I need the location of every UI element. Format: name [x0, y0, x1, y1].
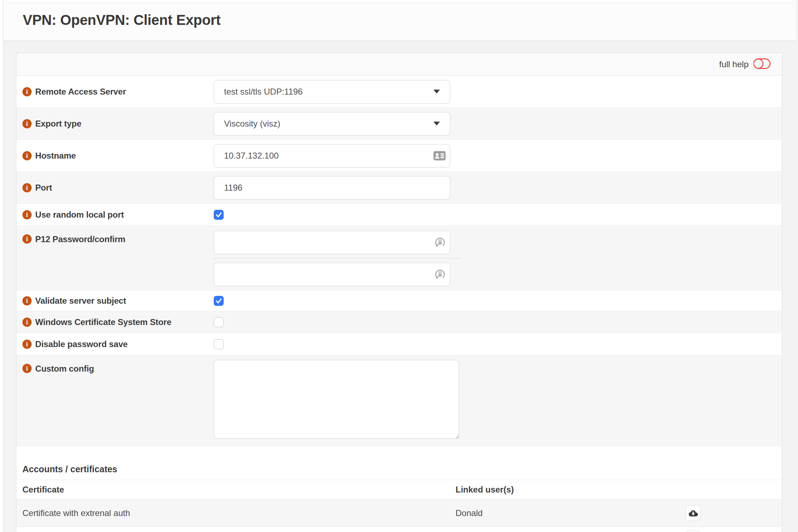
- remote-access-server-select[interactable]: test ssl/tls UDP:1196: [214, 80, 450, 103]
- row-hostname: i Hostname: [16, 140, 782, 172]
- label-p12-password: i P12 Password/confirm: [16, 226, 214, 290]
- info-icon[interactable]: i: [22, 183, 32, 192]
- chevron-down-icon: [433, 122, 440, 126]
- label-use-random-local-port: i Use random local port: [16, 204, 214, 225]
- label-hostname: i Hostname: [16, 140, 214, 171]
- page-header: VPN: OpenVPN: Client Export: [4, 0, 797, 41]
- generate-password-lock-icon[interactable]: [435, 237, 446, 248]
- chevron-down-icon: [433, 90, 440, 94]
- row-validate-server-subject: i Validate server subject: [16, 291, 782, 311]
- full-help-toggle-icon[interactable]: [754, 58, 771, 70]
- info-icon[interactable]: i: [22, 364, 32, 373]
- info-icon[interactable]: i: [22, 340, 32, 349]
- row-p12-password: i P12 Password/confirm: [16, 226, 782, 291]
- certificate-name: Certificate with extrenal auth: [16, 508, 456, 518]
- download-certificate-button[interactable]: [686, 531, 701, 532]
- address-card-icon: [433, 151, 446, 160]
- download-certificate-button[interactable]: [686, 505, 701, 521]
- custom-config-textarea[interactable]: [214, 360, 459, 439]
- label-remote-access-server: i Remote Access Server: [16, 76, 214, 107]
- hostname-input[interactable]: [214, 144, 450, 167]
- generate-password-lock-icon[interactable]: [435, 269, 446, 280]
- label-validate-server-subject: i Validate server subject: [16, 291, 214, 311]
- table-row: Certificate with extrenal auth Donald: [16, 500, 782, 527]
- row-disable-password-save: i Disable password save: [16, 333, 782, 355]
- export-type-select[interactable]: Viscosity (visz): [214, 112, 450, 135]
- collapsed-sidebar: [0, 0, 3, 532]
- info-icon[interactable]: i: [22, 151, 32, 160]
- row-port: i Port: [16, 172, 782, 204]
- windows-cert-store-checkbox[interactable]: [214, 317, 224, 327]
- info-icon[interactable]: i: [22, 87, 32, 96]
- full-help-label[interactable]: full help: [719, 59, 749, 69]
- validate-server-subject-checkbox[interactable]: [214, 296, 224, 306]
- panel-heading: full help: [16, 53, 782, 76]
- port-input[interactable]: [214, 176, 450, 200]
- accounts-certificates-heading: Accounts / certificates: [16, 446, 782, 480]
- label-custom-config: i Custom config: [16, 355, 214, 446]
- label-export-type: i Export type: [16, 108, 214, 139]
- row-windows-cert-store: i Windows Certificate System Store: [16, 311, 782, 333]
- info-icon[interactable]: i: [22, 296, 32, 305]
- label-disable-password-save: i Disable password save: [16, 333, 214, 355]
- row-remote-access-server: i Remote Access Server test ssl/tls UDP:…: [16, 76, 782, 108]
- label-windows-cert-store: i Windows Certificate System Store: [16, 311, 214, 333]
- page-title: VPN: OpenVPN: Client Export: [23, 11, 220, 28]
- info-icon[interactable]: i: [22, 210, 32, 219]
- disable-password-save-checkbox[interactable]: [214, 339, 224, 349]
- info-icon[interactable]: i: [22, 318, 32, 327]
- info-icon[interactable]: i: [22, 119, 32, 128]
- column-header-certificate: Certificate: [16, 485, 456, 495]
- row-use-random-local-port: i Use random local port: [16, 204, 782, 226]
- row-custom-config: i Custom config: [16, 355, 782, 446]
- header-divider: [4, 3, 796, 3]
- p12-password-input[interactable]: [214, 231, 450, 254]
- cloud-download-icon: [688, 510, 698, 517]
- row-export-type: i Export type Viscosity (visz): [16, 108, 782, 140]
- table-row-partial: [16, 527, 782, 532]
- info-icon[interactable]: i: [22, 234, 32, 244]
- client-export-panel: full help i Remote Access Server test ss…: [16, 53, 782, 532]
- label-port: i Port: [16, 172, 214, 203]
- linked-user: Donald: [456, 508, 686, 518]
- use-random-local-port-checkbox[interactable]: [214, 210, 224, 220]
- column-header-linked-users: Linked user(s): [456, 485, 686, 495]
- accounts-table-header: Certificate Linked user(s): [16, 480, 782, 500]
- password-divider: [214, 258, 459, 259]
- p12-password-confirm-input[interactable]: [214, 263, 450, 286]
